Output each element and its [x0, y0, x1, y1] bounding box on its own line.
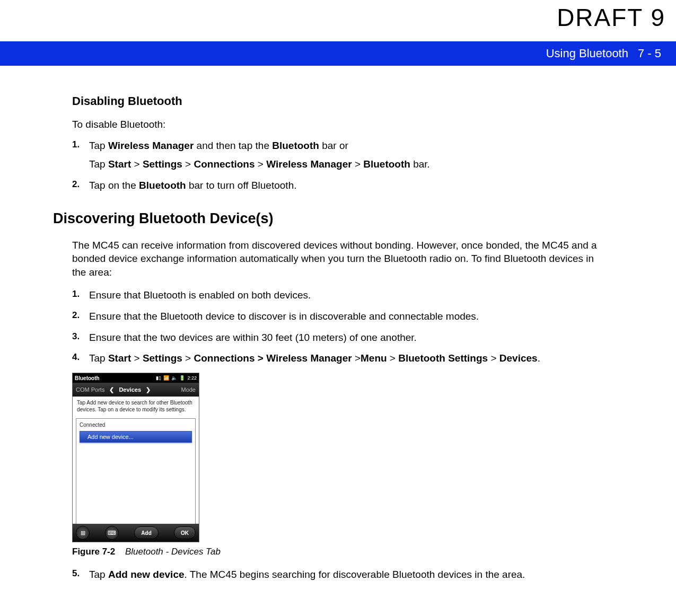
section2-step-5: 5. Tap Add new device. The MC45 begins s…: [72, 568, 607, 582]
section1-step-1: 1. Tap Wireless Manager and then tap the…: [72, 139, 607, 171]
page-header-bar: Using Bluetooth 7 - 5: [0, 41, 676, 66]
page-number: 7 - 5: [638, 47, 661, 60]
tab-devices[interactable]: Devices: [116, 386, 144, 393]
step-subline: Tap Start > Settings > Connections > Wir…: [89, 157, 607, 171]
status-title: Bluetooth: [75, 375, 100, 381]
chapter-title: Using Bluetooth: [546, 47, 628, 60]
bluetooth-devices-screenshot: Bluetooth ▮▯ 📶 🔈 🔋 2:22 COM Ports ❮ Devi…: [72, 373, 199, 542]
page-content: Disabling Bluetooth To disable Bluetooth…: [53, 90, 607, 589]
help-text: Tap Add new device to search for other B…: [73, 397, 199, 418]
step-text: Tap Add new device. The MC45 begins sear…: [89, 569, 525, 580]
section1-intro: To disable Bluetooth:: [72, 118, 607, 131]
group-connected-label: Connected: [76, 421, 195, 431]
step-number: 1.: [72, 139, 80, 151]
keyboard-button[interactable]: ⌨: [105, 526, 119, 540]
windows-icon: ⊞: [81, 530, 85, 536]
tab-mode[interactable]: Mode: [178, 386, 199, 393]
section2-step-4: 4. Tap Start > Settings > Connections > …: [72, 351, 607, 365]
status-time: 2:22: [187, 375, 197, 381]
step-number: 2.: [72, 310, 80, 322]
section2-steps: 1. Ensure that Bluetooth is enabled on b…: [72, 288, 607, 365]
add-new-device-item[interactable]: Add new device...: [80, 431, 192, 443]
windows-start-button[interactable]: ⊞: [76, 526, 90, 540]
step-number: 3.: [72, 331, 80, 343]
section2-steps-continued: 5. Tap Add new device. The MC45 begins s…: [72, 568, 607, 582]
figure-caption: Figure 7-2 Bluetooth - Devices Tab: [72, 547, 607, 557]
ok-button[interactable]: OK: [174, 526, 196, 539]
section2-step-3: 3. Ensure that the two devices are withi…: [72, 331, 607, 345]
battery-icon: 🔋: [179, 375, 185, 381]
draft-watermark: DRAFT 9: [557, 3, 665, 32]
tab-bar: COM Ports ❮ Devices ❯ Mode: [73, 383, 199, 397]
section1-step-2: 2. Tap on the Bluetooth bar to turn off …: [72, 179, 607, 192]
device-list-panel: Connected Add new device...: [76, 418, 196, 524]
step-number: 4.: [72, 351, 80, 364]
step-text: Tap on the Bluetooth bar to turn off Blu…: [89, 180, 296, 191]
status-icons: ▮▯ 📶 🔈 🔋 2:22: [156, 375, 197, 381]
phone-icon: 📶: [163, 375, 169, 381]
step-text: Tap Wireless Manager and then tap the Bl…: [89, 140, 348, 151]
signal-icon: ▮▯: [156, 375, 161, 381]
section2-step-2: 2. Ensure that the Bluetooth device to d…: [72, 310, 607, 323]
chevron-left-icon[interactable]: ❮: [108, 386, 116, 393]
section2-intro: The MC45 can receive information from di…: [72, 239, 607, 279]
keyboard-icon: ⌨: [108, 530, 116, 536]
figure-text: Bluetooth - Devices Tab: [125, 547, 221, 557]
speaker-icon: 🔈: [171, 375, 177, 381]
figure-label: Figure 7-2: [72, 547, 115, 557]
section1-steps: 1. Tap Wireless Manager and then tap the…: [72, 139, 607, 192]
step-number: 1.: [72, 288, 80, 301]
step-text: Ensure that the two devices are within 3…: [89, 332, 417, 343]
step-number: 5.: [72, 568, 80, 580]
section-discovering-title: Discovering Bluetooth Device(s): [53, 210, 607, 227]
step-text: Ensure that Bluetooth is enabled on both…: [89, 289, 311, 301]
step-text: Ensure that the Bluetooth device to disc…: [89, 311, 479, 322]
status-bar: Bluetooth ▮▯ 📶 🔈 🔋 2:22: [73, 373, 199, 383]
chevron-right-icon[interactable]: ❯: [144, 386, 152, 393]
bottom-toolbar: ⊞ ⌨ Add OK: [73, 524, 199, 542]
section-disabling-bluetooth-title: Disabling Bluetooth: [72, 94, 607, 108]
add-button[interactable]: Add: [134, 526, 158, 539]
tab-com-ports[interactable]: COM Ports: [73, 386, 108, 393]
section2-step-1: 1. Ensure that Bluetooth is enabled on b…: [72, 288, 607, 302]
step-number: 2.: [72, 179, 80, 191]
step-text: Tap Start > Settings > Connections > Wir…: [89, 353, 540, 364]
